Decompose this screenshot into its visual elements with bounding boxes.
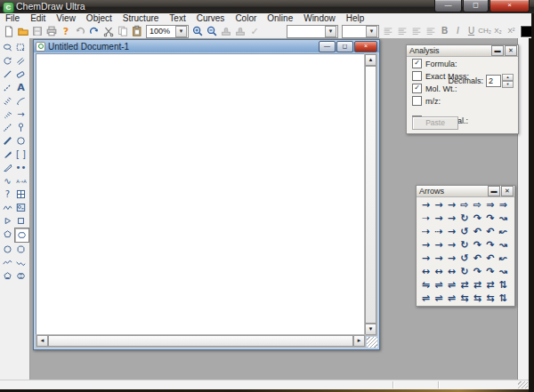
dots-tool[interactable]: •• — [14, 161, 28, 174]
arrow-option[interactable]: ⇌ — [445, 292, 458, 306]
bracket-tool[interactable]: [ ] — [14, 148, 28, 161]
arrow-option[interactable]: ➝ — [419, 212, 433, 226]
arrow-option[interactable]: → — [433, 239, 446, 252]
cyclopentane-ring-tool[interactable] — [1, 228, 14, 241]
cut-button[interactable] — [101, 25, 116, 38]
arrow-option[interactable]: ↝ — [497, 212, 510, 226]
arrow-option[interactable]: ↶ — [484, 226, 498, 239]
underline-button[interactable]: U — [465, 25, 478, 37]
paste-analysis-button[interactable]: Paste — [412, 116, 458, 130]
cyclohexane-ring-tool[interactable] — [14, 228, 29, 243]
horizontal-scroll-thumb[interactable] — [48, 335, 353, 347]
menu-item-edit[interactable]: Edit — [25, 13, 51, 24]
menu-item-online[interactable]: Online — [262, 13, 298, 24]
arrow-option[interactable]: ⇢ — [433, 226, 446, 239]
arrow-option[interactable]: ↺ — [458, 252, 472, 266]
scroll-right-button[interactable]: ► — [353, 335, 365, 347]
arrow-option[interactable]: ↝ — [497, 266, 510, 279]
arrow-option[interactable]: ↻ — [458, 239, 472, 252]
close-button[interactable]: × — [490, 0, 530, 12]
arrow-option[interactable]: ↷ — [471, 266, 484, 279]
arrow-option[interactable]: ↔ — [419, 266, 433, 279]
rotate-tool[interactable] — [1, 54, 14, 68]
arrow-option[interactable]: ↜ — [497, 252, 510, 266]
multiple-bonds-tool[interactable] — [14, 54, 28, 68]
arrow-option[interactable]: ↻ — [458, 212, 472, 226]
checked-checkbox[interactable]: ✓ — [412, 84, 422, 93]
arrow-option[interactable]: ↶ — [471, 252, 484, 266]
arrow-option[interactable]: → — [433, 252, 446, 266]
table-tool[interactable] — [14, 188, 28, 201]
zoom-combobox[interactable]: 100%▼ — [146, 25, 189, 38]
menu-item-text[interactable]: Text — [164, 13, 190, 24]
redo-button[interactable] — [87, 25, 101, 38]
arrow-option[interactable]: ⇆ — [458, 292, 472, 306]
arrow-option[interactable]: → — [433, 212, 446, 226]
arrow-option[interactable]: → — [445, 226, 458, 239]
arrows-title-bar[interactable]: Arrows ▬ ✕ — [417, 186, 514, 197]
copy-button[interactable] — [116, 25, 130, 38]
arrow-option[interactable]: ⇆ — [471, 292, 484, 306]
arrow-option[interactable]: ⇨ — [471, 199, 484, 212]
arrow-option[interactable]: → — [433, 199, 446, 212]
text-tool[interactable]: A — [14, 81, 28, 94]
pen-tool[interactable] — [14, 94, 28, 108]
arrow-option[interactable]: ↷ — [471, 239, 484, 252]
maximize-button[interactable]: ◻ — [463, 0, 489, 12]
hashed-wedge-bond-tool[interactable] — [1, 108, 14, 121]
scroll-down-button[interactable]: ▼ — [365, 324, 376, 335]
arrow-option[interactable]: ⇌ — [433, 292, 446, 306]
analysis-rollup-button[interactable]: ▬ — [491, 45, 504, 56]
align-right-button[interactable] — [409, 25, 424, 38]
arrows-close-button[interactable]: ✕ — [501, 186, 514, 196]
unchecked-checkbox[interactable] — [412, 71, 422, 81]
marquee-tool[interactable] — [14, 41, 28, 54]
arrow-option[interactable]: → — [445, 252, 458, 266]
arrow-option[interactable]: ⇄ — [484, 279, 498, 292]
arrow-option[interactable]: → — [445, 212, 458, 226]
chair-cyclohexane-tool-2[interactable] — [14, 256, 28, 269]
zoom-in-button[interactable] — [190, 25, 205, 38]
open-button[interactable] — [16, 25, 30, 38]
arrow-option[interactable]: ⇆ — [484, 292, 498, 306]
spinner-up-button[interactable]: ▲ — [502, 74, 514, 81]
chair-cyclohexane-tool-1[interactable] — [1, 256, 14, 269]
chevron-down-icon[interactable]: ▼ — [325, 26, 336, 37]
hashed-bond-tool[interactable] — [1, 94, 14, 108]
align-left-button[interactable] — [381, 25, 395, 38]
cycloheptane-ring-tool[interactable] — [1, 243, 14, 256]
check-structure-button[interactable] — [219, 25, 233, 38]
analysis-close-button[interactable]: ✕ — [505, 45, 517, 56]
menu-item-window[interactable]: Window — [298, 13, 341, 24]
vertical-scroll-thumb[interactable] — [365, 66, 376, 324]
align-justify-button[interactable] — [424, 25, 438, 38]
minimize-button[interactable]: — — [434, 0, 462, 12]
arrow-option[interactable]: ⇄ — [458, 279, 472, 292]
eraser-tool[interactable] — [14, 68, 28, 81]
arrow-option[interactable]: ↻ — [458, 266, 472, 279]
horizontal-scrollbar[interactable]: ◄ ► — [36, 334, 366, 348]
arrow-option[interactable]: → — [445, 199, 458, 212]
chevron-down-icon[interactable]: ▼ — [366, 26, 377, 37]
clean-up-structure-button[interactable] — [233, 25, 247, 38]
scroll-up-button[interactable]: ▲ — [365, 54, 376, 66]
arrow-option[interactable]: ⇅ — [497, 292, 510, 306]
menu-item-color[interactable]: Color — [230, 13, 262, 24]
menu-item-object[interactable]: Object — [81, 13, 117, 24]
benzene-ring-tool[interactable] — [14, 269, 28, 283]
drawing-canvas[interactable] — [36, 53, 366, 336]
acyclic-chain-tool[interactable] — [1, 201, 14, 214]
arrow-option[interactable]: ⇋ — [419, 279, 433, 292]
arrow-option[interactable]: ⇄ — [471, 279, 484, 292]
chemical-symbols-tool[interactable] — [14, 121, 28, 134]
spinner-down-button[interactable]: ▼ — [502, 81, 514, 88]
menu-item-file[interactable]: File — [0, 13, 25, 24]
arrow-option[interactable]: ↝ — [497, 239, 510, 252]
scroll-left-button[interactable]: ◄ — [36, 335, 48, 347]
chevron-down-icon[interactable]: ▼ — [175, 26, 187, 37]
analysis-title-bar[interactable]: Analysis ▬ ✕ — [407, 45, 518, 57]
undo-button[interactable] — [73, 25, 87, 38]
confirm-button[interactable]: ✓ — [247, 25, 262, 38]
align-center-button[interactable] — [395, 25, 409, 38]
new-document-button[interactable] — [2, 25, 16, 38]
